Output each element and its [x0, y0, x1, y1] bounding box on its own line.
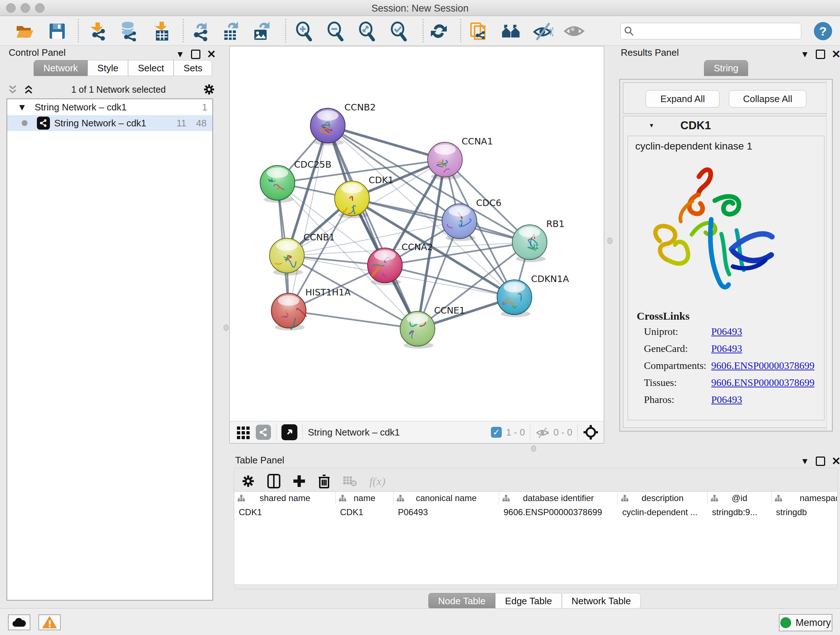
export-image-icon[interactable]: [251, 21, 272, 42]
fit-selected-crosshair-icon[interactable]: [583, 424, 599, 440]
table-cell[interactable]: CDK1: [336, 505, 393, 519]
column-header--id[interactable]: @id: [707, 492, 772, 505]
table-panel-controls: ▼ ✕: [801, 455, 840, 467]
crosslink-link[interactable]: 9606.ENSP00000378699: [711, 377, 814, 388]
right-splitter-handle[interactable]: [607, 238, 613, 244]
tab-node-table[interactable]: Node Table: [428, 593, 495, 609]
crosslink-link[interactable]: 9606.ENSP00000378699: [711, 360, 814, 371]
column-header-label: @id: [731, 493, 747, 503]
crosslink-link[interactable]: P06493: [711, 343, 742, 355]
hide-selected-icon[interactable]: [532, 21, 553, 42]
network-edge[interactable]: [289, 310, 417, 329]
cloud-status-button[interactable]: [8, 614, 30, 630]
help-icon[interactable]: ?: [814, 22, 832, 40]
function-builder-icon: f(x): [369, 475, 385, 488]
network-edge[interactable]: [328, 126, 445, 160]
crosslink-link[interactable]: P06493: [711, 326, 742, 337]
network-node-ccna1[interactable]: CCNA1: [428, 136, 493, 180]
search-input[interactable]: [638, 26, 801, 36]
network-edge[interactable]: [289, 126, 328, 310]
collapse-section-icon[interactable]: ▼: [649, 122, 654, 129]
protein-details: cyclin-dependent kinase 1: [628, 136, 824, 420]
delete-column-icon[interactable]: [318, 474, 330, 488]
table-cell[interactable]: P06493: [393, 505, 499, 519]
zoom-out-icon[interactable]: [325, 21, 346, 42]
collapse-all-button[interactable]: Collapse All: [729, 90, 806, 108]
import-network-file-icon[interactable]: [87, 21, 108, 42]
search-box[interactable]: [621, 23, 801, 40]
birds-eye-view-icon[interactable]: [281, 424, 297, 440]
network-collection-row[interactable]: ▼ String Network – cdk1 1: [7, 99, 212, 115]
show-all-icon[interactable]: [564, 21, 584, 42]
crosslink-link[interactable]: P06493: [711, 394, 742, 405]
panel-float-icon[interactable]: [816, 50, 825, 59]
network-node-cdc6[interactable]: CDC6: [442, 198, 501, 241]
results-scrollbar[interactable]: [826, 80, 831, 430]
tab-string[interactable]: String: [704, 60, 748, 76]
panel-float-menu-icon[interactable]: ▼: [176, 49, 185, 59]
network-node-rb1[interactable]: RB1: [512, 219, 564, 262]
collapse-all-chevrons-icon[interactable]: [7, 84, 18, 95]
panel-float-menu-icon[interactable]: ▼: [801, 49, 809, 59]
column-header-description[interactable]: description: [618, 492, 707, 505]
memory-button[interactable]: Memory: [779, 614, 832, 631]
tab-network[interactable]: Network: [34, 60, 88, 76]
table-cell[interactable]: cyclin-dependent ...: [618, 505, 707, 519]
show-columns-icon[interactable]: [267, 474, 280, 488]
panel-close-icon[interactable]: ✕: [832, 455, 840, 467]
column-header-name[interactable]: name: [336, 492, 393, 505]
network-edge[interactable]: [328, 126, 417, 329]
protein-description: cyclin-dependent kinase 1: [635, 141, 752, 152]
network-edge[interactable]: [352, 198, 530, 242]
network-node-cdkn1a[interactable]: CDKN1A: [497, 274, 569, 317]
panel-float-icon[interactable]: [191, 50, 201, 59]
export-network-icon[interactable]: [189, 21, 210, 42]
warning-status-button[interactable]: [38, 614, 61, 630]
column-header-shared-name[interactable]: shared name: [234, 492, 336, 505]
apply-layout-icon[interactable]: [428, 21, 449, 42]
network-row[interactable]: String Network – cdk1 11 48: [7, 115, 212, 131]
tab-network-table[interactable]: Network Table: [562, 593, 641, 609]
network-node-ccnb2[interactable]: CCNB2: [310, 102, 376, 146]
export-table-icon[interactable]: [220, 21, 241, 42]
tab-select[interactable]: Select: [128, 60, 174, 76]
zoom-in-icon[interactable]: [294, 21, 314, 42]
selected-checkbox-icon[interactable]: ✓: [491, 427, 502, 438]
column-header-canonical-name[interactable]: canonical name: [393, 492, 499, 505]
string-view-icon[interactable]: [256, 424, 271, 440]
network-node-hist1h1a[interactable]: HIST1H1A: [271, 287, 351, 331]
tab-sets[interactable]: Sets: [174, 60, 212, 76]
column-header-label: name: [354, 493, 375, 503]
table-cell[interactable]: stringdb:9...: [707, 505, 772, 519]
save-session-icon[interactable]: [47, 21, 68, 42]
column-header-database-identifier[interactable]: database identifier: [499, 492, 618, 505]
import-table-icon[interactable]: [151, 21, 172, 42]
open-session-icon[interactable]: [14, 21, 35, 42]
clone-network-icon[interactable]: [468, 21, 489, 42]
panel-float-menu-icon[interactable]: ▼: [801, 456, 809, 466]
left-splitter-handle[interactable]: [224, 325, 229, 331]
tab-style[interactable]: Style: [88, 60, 128, 76]
import-network-database-icon[interactable]: [118, 21, 139, 42]
table-cell[interactable]: 9606.ENSP00000378699: [499, 505, 618, 519]
expand-all-button[interactable]: Expand All: [646, 90, 720, 108]
network-options-gear-icon[interactable]: [203, 83, 215, 96]
collection-expand-icon[interactable]: ▼: [17, 102, 27, 113]
panel-close-icon[interactable]: ✕: [832, 48, 840, 60]
expand-all-chevrons-icon[interactable]: [23, 84, 34, 95]
network-canvas[interactable]: CCNB2CCNA1CDC25BCDK1CDC6RB1CCNB1CCNA2CDK…: [230, 46, 604, 421]
table-options-gear-icon[interactable]: [241, 474, 255, 488]
panel-float-icon[interactable]: [816, 456, 825, 466]
panel-close-icon[interactable]: ✕: [207, 48, 216, 60]
protein-section-header[interactable]: ▼ CDK1: [623, 116, 829, 135]
add-column-icon[interactable]: [293, 475, 306, 488]
grid-view-icon[interactable]: [236, 425, 251, 440]
zoom-selected-icon[interactable]: [388, 21, 409, 42]
table-cell[interactable]: CDK1: [234, 505, 336, 519]
table-cell[interactable]: stringdb: [772, 505, 837, 519]
tab-edge-table[interactable]: Edge Table: [495, 593, 562, 609]
bottom-splitter-handle[interactable]: [531, 445, 536, 452]
column-header-namespace[interactable]: namespace: [772, 492, 837, 505]
zoom-fit-icon[interactable]: [356, 21, 377, 42]
first-neighbors-icon[interactable]: [501, 21, 522, 42]
